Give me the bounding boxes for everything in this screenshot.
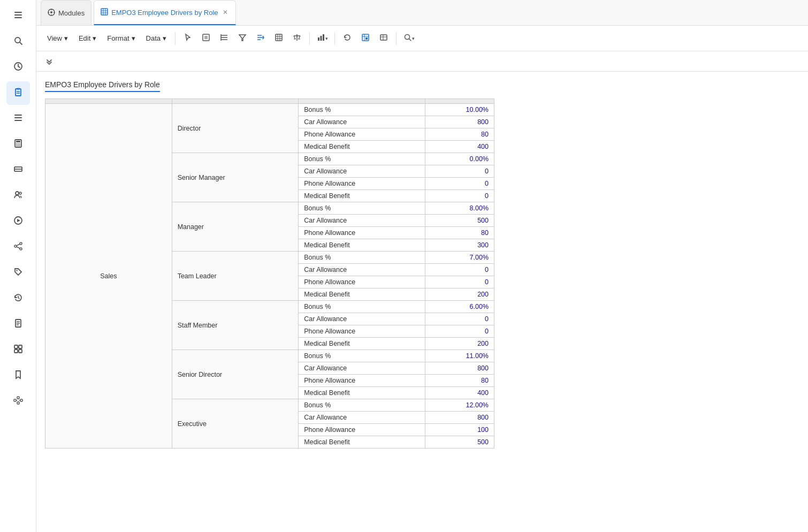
svg-rect-68 — [204, 36, 208, 39]
find-button[interactable]: ▾ — [401, 31, 417, 47]
separator-2 — [309, 32, 310, 45]
sidebar-item-clipboard[interactable] — [6, 81, 30, 105]
view-menu-button[interactable]: View ▾ — [43, 32, 72, 44]
svg-line-39 — [18, 298, 19, 299]
edit-menu-button[interactable]: Edit ▾ — [74, 32, 101, 44]
role-cell: Director — [172, 104, 299, 153]
pointer-icon — [184, 33, 192, 44]
driver-value-cell: 80 — [425, 227, 494, 239]
bookmark-icon — [13, 370, 23, 382]
data-table: SalesDirectorBonus %10.00%Car Allowance8… — [45, 98, 494, 449]
dashboard-icon — [13, 344, 23, 356]
table-button[interactable] — [271, 31, 287, 47]
sidebar-item-flow[interactable] — [6, 390, 30, 413]
sidebar-item-share[interactable] — [6, 235, 30, 259]
driver-name-cell: Car Allowance — [299, 165, 425, 178]
sidebar-item-history[interactable] — [6, 287, 30, 310]
driver-value-cell: 0 — [425, 313, 494, 325]
driver-name-cell: Car Allowance — [299, 215, 425, 227]
sort-button[interactable] — [253, 31, 269, 47]
driver-value-cell: 80 — [425, 128, 494, 141]
sidebar-item-people[interactable] — [6, 184, 30, 208]
svg-point-37 — [16, 270, 17, 271]
driver-name-cell: Medical Benefit — [299, 338, 425, 350]
driver-name-cell: Phone Allowance — [299, 325, 425, 338]
data-label: Data — [146, 34, 161, 42]
undo-icon — [343, 33, 352, 44]
collapse-button[interactable] — [43, 55, 56, 68]
role-cell: Senior Manager — [172, 153, 299, 202]
svg-point-34 — [20, 248, 22, 250]
svg-rect-8 — [16, 89, 21, 96]
svg-rect-46 — [14, 349, 18, 353]
driver-name-cell: Bonus % — [299, 202, 425, 215]
balance-button[interactable] — [289, 31, 305, 47]
clipboard-icon — [13, 87, 23, 100]
sidebar-item-tag[interactable] — [6, 261, 30, 285]
chart-button[interactable]: ▾ — [314, 31, 330, 47]
share-icon — [13, 241, 23, 254]
data-menu-button[interactable]: Data ▾ — [142, 32, 171, 44]
data-dropdown-icon: ▾ — [163, 34, 166, 42]
driver-value-cell: 300 — [425, 239, 494, 252]
sidebar-item-lines[interactable] — [6, 158, 30, 182]
role-cell: Senior Director — [172, 350, 299, 399]
tab-close-button[interactable]: ✕ — [222, 7, 229, 17]
svg-rect-14 — [14, 120, 22, 121]
svg-rect-48 — [14, 399, 16, 401]
sidebar-item-recent[interactable] — [6, 56, 30, 79]
select-tool-button[interactable] — [198, 31, 214, 47]
svg-rect-49 — [17, 397, 19, 399]
driver-value-cell: 0.00% — [425, 153, 494, 165]
svg-line-35 — [17, 244, 20, 246]
pivot-button[interactable] — [357, 31, 373, 47]
align-icon — [220, 33, 228, 44]
undo-button[interactable] — [339, 31, 355, 47]
svg-point-32 — [20, 242, 22, 245]
pivot-icon — [361, 33, 370, 44]
tab-report[interactable]: EMPO3 Employee Drivers by Role ✕ — [94, 0, 235, 25]
driver-name-cell: Medical Benefit — [299, 190, 425, 202]
role-cell: Team Leader — [172, 252, 299, 301]
find-dropdown-icon: ▾ — [412, 36, 415, 41]
list-icon — [13, 113, 23, 125]
driver-name-cell: Car Allowance — [299, 412, 425, 424]
svg-marker-73 — [239, 35, 246, 41]
svg-point-18 — [18, 143, 19, 145]
sidebar-item-play[interactable] — [6, 210, 30, 233]
sidebar-item-calc[interactable] — [6, 133, 30, 156]
svg-line-95 — [409, 39, 411, 41]
svg-rect-51 — [20, 399, 22, 401]
driver-name-cell: Phone Allowance — [299, 178, 425, 190]
driver-value-cell: 400 — [425, 141, 494, 153]
sidebar-item-menu[interactable] — [6, 4, 30, 28]
align-button[interactable] — [216, 31, 232, 47]
filter-icon — [238, 33, 247, 44]
svg-line-7 — [18, 66, 20, 67]
driver-name-cell: Medical Benefit — [299, 239, 425, 252]
svg-rect-45 — [19, 345, 22, 348]
sidebar-item-bookmark[interactable] — [6, 364, 30, 387]
filter-button[interactable] — [234, 31, 250, 47]
people-icon — [13, 190, 23, 202]
svg-rect-77 — [276, 34, 282, 41]
sidebar-item-dashboard[interactable] — [6, 338, 30, 362]
driver-name-cell: Phone Allowance — [299, 375, 425, 387]
sidebar-item-search[interactable] — [6, 30, 30, 54]
driver-value-cell: 0 — [425, 165, 494, 178]
tab-modules[interactable]: Modules — [41, 0, 92, 25]
search-input[interactable] — [60, 57, 802, 65]
driver-name-cell: Car Allowance — [299, 264, 425, 276]
driver-name-cell: Medical Benefit — [299, 141, 425, 153]
driver-name-cell: Bonus % — [299, 301, 425, 313]
driver-name-cell: Phone Allowance — [299, 276, 425, 288]
format-menu-button[interactable]: Format ▾ — [103, 32, 139, 44]
fields-button[interactable] — [376, 31, 392, 47]
department-cell: Sales — [45, 104, 172, 449]
sidebar-item-list[interactable] — [6, 107, 30, 131]
sidebar-item-doc[interactable] — [6, 313, 30, 336]
pointer-tool-button[interactable] — [180, 31, 196, 47]
svg-rect-16 — [16, 141, 20, 142]
driver-value-cell: 100 — [425, 424, 494, 436]
svg-point-22 — [19, 145, 20, 146]
